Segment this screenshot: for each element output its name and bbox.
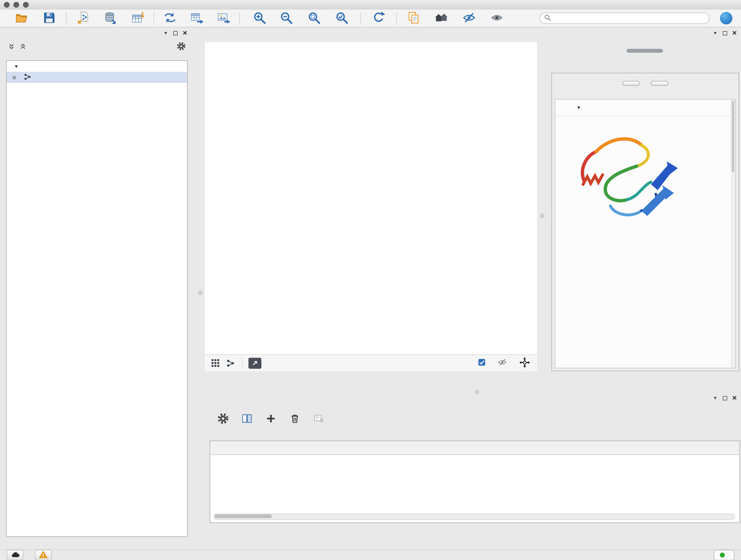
new-network-from-selection-button[interactable] — [163, 11, 177, 25]
eye-icon — [490, 11, 503, 26]
string-tab[interactable] — [626, 49, 663, 53]
network-share-icon[interactable] — [226, 359, 235, 367]
add-column-plus-icon[interactable] — [265, 413, 277, 424]
panel-collapse-icon[interactable]: ▼ — [164, 31, 168, 36]
home-icon — [434, 11, 448, 26]
open-folder-icon — [15, 11, 28, 26]
protein-section: ▼ — [555, 99, 736, 368]
network-view-toolbar — [205, 354, 537, 371]
open-session-button[interactable] — [14, 11, 29, 25]
collapse-all-tree-icon[interactable] — [20, 43, 26, 51]
selected-checkbox-icon[interactable] — [478, 359, 486, 368]
table-panel-header: ▼ × — [207, 394, 741, 402]
current-network-dot — [12, 75, 16, 79]
toolbar-separator — [360, 12, 361, 24]
search-icon — [544, 14, 551, 22]
toolbar-separator — [242, 358, 243, 368]
panel-collapse-icon[interactable]: ▼ — [713, 31, 718, 36]
birds-eye-view-button[interactable] — [249, 358, 262, 369]
grid-icon[interactable] — [211, 359, 220, 368]
save-floppy-icon — [43, 11, 56, 26]
zoom-out-icon — [280, 11, 293, 26]
table-toolbar — [207, 402, 741, 428]
home-button[interactable] — [434, 11, 449, 25]
main-toolbar — [0, 10, 741, 27]
results-panel-header: ▼ × — [548, 29, 741, 37]
apply-layout-button[interactable] — [372, 11, 386, 25]
table-panel: ▼ × — [207, 394, 741, 544]
network-share-icon — [24, 73, 31, 82]
zoom-fit-content-button[interactable] — [307, 11, 321, 25]
network-selection-row — [3, 41, 192, 53]
expand-all-tree-icon[interactable] — [8, 43, 15, 51]
pan-crosshair-icon[interactable] — [520, 357, 530, 369]
results-scrollbar[interactable] — [731, 100, 736, 368]
string-results-container: ▼ — [551, 73, 739, 371]
panel-close-icon[interactable]: × — [732, 394, 737, 402]
save-session-button[interactable] — [42, 11, 57, 25]
zoom-selected-icon — [335, 11, 348, 26]
expand-all-button[interactable] — [622, 81, 639, 86]
table-header-row — [210, 441, 740, 455]
warnings-button[interactable] — [35, 550, 52, 560]
help-button[interactable] — [720, 12, 732, 24]
panel-float-icon[interactable] — [723, 396, 727, 400]
network-list: ▼ — [6, 60, 188, 537]
splitter-handle[interactable] — [540, 213, 544, 218]
import-network-icon — [77, 11, 90, 26]
node-table — [210, 441, 740, 523]
search-input-container — [540, 12, 710, 24]
delete-trash-icon[interactable] — [289, 413, 300, 424]
zoom-fit-icon — [307, 11, 321, 26]
window-zoom-button[interactable] — [23, 2, 29, 8]
network-view[interactable] — [205, 42, 537, 371]
memory-button[interactable] — [714, 550, 735, 560]
zoom-out-button[interactable] — [279, 11, 293, 25]
collapse-all-button[interactable] — [651, 81, 668, 86]
delete-column-icon-disabled — [313, 413, 325, 424]
zoom-in-button[interactable] — [253, 11, 267, 25]
show-columns-icon[interactable] — [241, 413, 253, 424]
network-row-selected[interactable] — [7, 72, 187, 83]
status-bar — [0, 550, 741, 560]
panel-float-icon[interactable] — [723, 31, 727, 36]
export-image-icon — [217, 11, 230, 26]
panel-close-icon[interactable]: × — [183, 29, 187, 37]
window-close-button[interactable] — [4, 2, 10, 8]
search-input[interactable] — [554, 14, 705, 22]
toolbar-separator — [396, 12, 397, 24]
splitter-handle[interactable] — [198, 291, 203, 295]
protein-structure-image — [569, 123, 689, 233]
import-table-from-file-button[interactable] — [131, 11, 145, 25]
scrollbar-thumb[interactable] — [214, 514, 272, 518]
export-table-button[interactable] — [190, 11, 204, 25]
export-table-icon — [190, 11, 204, 26]
zoom-in-icon — [253, 11, 266, 26]
tree-expand-icon[interactable]: ▼ — [14, 64, 19, 69]
title-bar — [0, 0, 741, 10]
panel-collapse-icon[interactable]: ▼ — [713, 396, 718, 400]
network-collection-row[interactable]: ▼ — [7, 61, 187, 72]
import-network-from-file-button[interactable] — [76, 11, 91, 25]
hidden-eye-slash-icon[interactable] — [498, 358, 507, 368]
copy-documents-icon — [407, 11, 420, 26]
export-image-button[interactable] — [216, 11, 231, 25]
window-minimize-button[interactable] — [13, 2, 19, 8]
swap-arrows-icon — [163, 11, 177, 26]
copy-button[interactable] — [407, 11, 421, 25]
table-settings-gear-icon[interactable] — [217, 413, 229, 424]
panel-float-icon[interactable] — [173, 31, 178, 36]
section-collapse-icon[interactable]: ▼ — [576, 105, 581, 111]
gear-icon[interactable] — [177, 42, 186, 52]
toolbar-separator — [239, 12, 240, 24]
cloud-status-button[interactable] — [7, 550, 23, 560]
show-all-button[interactable] — [490, 11, 504, 25]
import-network-from-database-button[interactable] — [103, 11, 118, 25]
panel-close-icon[interactable]: × — [732, 29, 737, 37]
hide-selected-button[interactable] — [462, 11, 476, 25]
network-graph[interactable] — [205, 42, 537, 354]
zoom-selected-button[interactable] — [335, 11, 349, 25]
control-panel-header: ▼ × — [3, 29, 192, 37]
table-horizontal-scrollbar[interactable] — [213, 513, 735, 520]
eye-slash-icon — [462, 11, 476, 26]
